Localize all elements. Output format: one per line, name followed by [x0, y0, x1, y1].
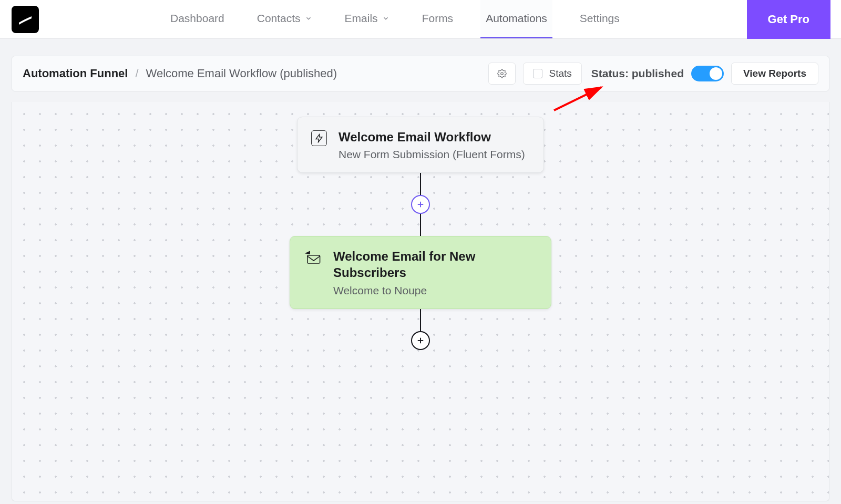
add-step-end-button[interactable]	[411, 331, 430, 350]
send-mail-icon	[304, 250, 322, 265]
app-logo[interactable]	[12, 6, 39, 33]
stats-toggle-button[interactable]: Stats	[523, 63, 581, 85]
primary-nav: Dashboard Contacts Emails Forms Automati…	[165, 0, 625, 38]
nav-label: Settings	[580, 12, 620, 25]
connector-line	[420, 214, 421, 236]
node-text: Welcome Email for New Subscribers Welcom…	[333, 248, 537, 296]
node-text: Welcome Email Workflow New Form Submissi…	[339, 129, 525, 161]
node-subtitle: New Form Submission (Fluent Forms)	[339, 148, 525, 161]
svg-marker-1	[316, 135, 322, 142]
nav-label: Forms	[422, 12, 454, 25]
settings-button[interactable]	[488, 63, 516, 85]
funnel-header: Automation Funnel / Welcome Email Workfl…	[12, 56, 829, 91]
plus-icon	[416, 200, 425, 209]
top-nav: Dashboard Contacts Emails Forms Automati…	[0, 0, 841, 39]
lightning-icon	[311, 130, 327, 146]
breadcrumb-leaf: Welcome Email Workflow (published)	[146, 67, 337, 80]
stats-label: Stats	[549, 68, 571, 79]
view-reports-button[interactable]: View Reports	[731, 63, 818, 85]
logo-icon	[16, 10, 35, 29]
nav-label: Contacts	[257, 12, 301, 25]
view-reports-label: View Reports	[743, 68, 806, 79]
chevron-down-icon	[382, 15, 389, 22]
trigger-node[interactable]: Welcome Email Workflow New Form Submissi…	[297, 117, 544, 173]
nav-automations[interactable]: Automations	[480, 0, 552, 38]
plus-icon	[416, 336, 425, 345]
node-title: Welcome Email Workflow	[339, 129, 525, 145]
nav-label: Automations	[486, 12, 547, 25]
nav-contacts[interactable]: Contacts	[252, 0, 317, 38]
workflow-flow: Welcome Email Workflow New Form Submissi…	[290, 117, 551, 350]
svg-rect-4	[307, 255, 320, 263]
breadcrumb-separator: /	[135, 67, 138, 80]
nav-settings[interactable]: Settings	[575, 0, 625, 38]
checkbox-icon	[533, 69, 542, 78]
email-action-node[interactable]: Welcome Email for New Subscribers Welcom…	[290, 236, 551, 308]
nav-label: Dashboard	[170, 12, 224, 25]
breadcrumb-root[interactable]: Automation Funnel	[23, 67, 128, 80]
publish-toggle[interactable]	[691, 66, 724, 81]
nav-dashboard[interactable]: Dashboard	[165, 0, 230, 38]
connector-line	[420, 309, 421, 331]
connector-line	[420, 173, 421, 195]
nav-emails[interactable]: Emails	[340, 0, 395, 38]
node-title: Welcome Email for New Subscribers	[333, 248, 537, 281]
svg-point-0	[501, 73, 504, 75]
node-subtitle: Welcome to Noupe	[333, 284, 537, 297]
page-body: Automation Funnel / Welcome Email Workfl…	[0, 39, 841, 501]
chevron-down-icon	[305, 15, 312, 22]
get-pro-button[interactable]: Get Pro	[747, 0, 830, 39]
cta-label: Get Pro	[768, 13, 809, 26]
status-label: Status: published	[591, 67, 684, 80]
gear-icon	[497, 69, 507, 78]
nav-forms[interactable]: Forms	[417, 0, 459, 38]
workflow-canvas[interactable]: Welcome Email Workflow New Form Submissi…	[12, 102, 829, 501]
nav-label: Emails	[345, 12, 378, 25]
add-step-button[interactable]	[411, 195, 430, 214]
